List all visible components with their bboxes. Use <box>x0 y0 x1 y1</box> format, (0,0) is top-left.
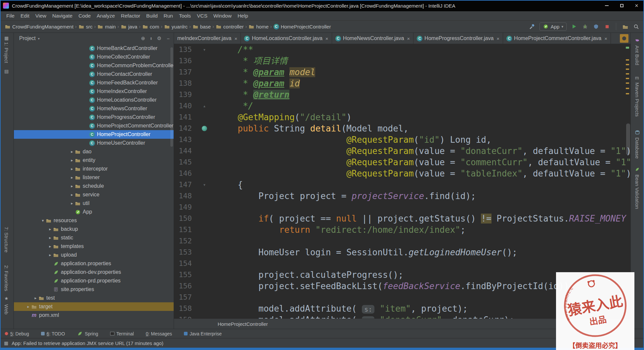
tree-item-templates[interactable]: ▸templates <box>14 242 174 251</box>
collapse-all-icon[interactable]: ▴▾ <box>150 37 152 40</box>
toolwindow-button-terminal[interactable]: Terminal <box>110 331 134 336</box>
breadcrumb-item[interactable]: yuanlrc <box>164 24 188 29</box>
project-folder-icon[interactable] <box>622 23 628 30</box>
coverage-button[interactable] <box>593 23 599 30</box>
minimize-button[interactable] <box>599 0 614 11</box>
close-button[interactable]: × <box>629 0 644 11</box>
tree-item-interceptor[interactable]: ▸interceptor <box>14 165 174 173</box>
toolwindow-grid-icon[interactable]: ▦ <box>4 35 9 41</box>
tree-item-HomeProgressController[interactable]: CHomeProgressController <box>14 113 174 122</box>
spring-handler-icon[interactable] <box>202 126 207 131</box>
tab-close-icon[interactable]: × <box>235 36 237 41</box>
tree-item-HomeProjectController[interactable]: CHomeProjectController <box>14 130 174 139</box>
tree-expand-icon[interactable]: ▸ <box>69 158 75 163</box>
breadcrumb-item[interactable]: base <box>193 24 211 29</box>
project-scrollbar[interactable] <box>170 47 173 147</box>
tab-close-icon[interactable]: × <box>604 36 607 41</box>
editor-tab[interactable]: meIndexController.java× <box>174 33 241 44</box>
tree-item-HomeLocationsController[interactable]: CHomeLocationsController <box>14 96 174 104</box>
tree-item-HomeBankCardController[interactable]: CHomeBankCardController <box>14 44 174 53</box>
editor-breadcrumb-item[interactable]: HomeProjectController <box>218 321 268 327</box>
tree-item-listener[interactable]: ▸listener <box>14 173 174 182</box>
run-button[interactable] <box>571 23 578 30</box>
menu-item-window[interactable]: Window <box>210 11 235 20</box>
stop-button[interactable] <box>604 23 610 30</box>
chevron-down-icon[interactable]: ▾ <box>38 37 40 40</box>
toolwindow-button--debug[interactable]: 5: Debug <box>5 331 29 336</box>
toolwindow-button-java-enterprise[interactable]: Java Enterprise <box>184 331 222 336</box>
tree-expand-icon[interactable]: ▸ <box>25 304 31 309</box>
menu-item-analyze[interactable]: Analyze <box>94 11 118 20</box>
breadcrumb-item[interactable]: CHomeProjectController <box>274 24 331 29</box>
stripe-maven-projects-button[interactable]: Maven Projects <box>634 82 640 117</box>
breadcrumb-item[interactable]: CrowdFundingManagement <box>5 24 73 29</box>
toolwindow-button--todo[interactable]: 6: TODO <box>41 331 65 336</box>
toolwindow-button-spring[interactable]: Spring <box>77 331 98 337</box>
tree-item-HomeIndexController[interactable]: CHomeIndexController <box>14 87 174 96</box>
tree-expand-icon[interactable]: ▸ <box>47 227 53 231</box>
tree-item-application-dev.properties[interactable]: application-dev.properties <box>14 268 174 276</box>
stripe-project-button[interactable]: 1: Project <box>4 42 9 63</box>
editor-tab[interactable]: CHomeProjectCommentController.java× <box>503 33 611 44</box>
tree-item-application.properties[interactable]: application.properties <box>14 259 174 268</box>
stripe-database-button[interactable]: Database <box>634 137 640 159</box>
tree-item-util[interactable]: ▸util <box>14 199 174 208</box>
breadcrumb-item[interactable]: main <box>97 24 116 29</box>
search-everywhere-icon[interactable] <box>633 23 639 30</box>
tree-item-upload[interactable]: ▸upload <box>14 251 174 259</box>
menu-item-file[interactable]: File <box>3 11 18 20</box>
tree-item-HomeUserController[interactable]: CHomeUserController <box>14 139 174 147</box>
debug-button[interactable] <box>582 23 588 30</box>
tree-item-App[interactable]: App <box>14 208 174 216</box>
menu-item-tools[interactable]: Tools <box>176 11 194 20</box>
breadcrumb-item[interactable]: controller <box>216 24 244 29</box>
tree-item-HomeContactController[interactable]: CHomeContactController <box>14 70 174 78</box>
tree-expand-icon[interactable]: ▸ <box>69 201 75 206</box>
tree-item-site.properties[interactable]: site.properties <box>14 285 174 294</box>
fold-marker-icon[interactable]: ▴ <box>192 100 217 112</box>
breadcrumb-item[interactable]: com <box>142 24 159 29</box>
tree-item-HomeNewsController[interactable]: CHomeNewsController <box>14 104 174 113</box>
tree-item-target[interactable]: ▸target <box>14 302 174 311</box>
maximize-button[interactable] <box>614 0 629 11</box>
tree-item-test[interactable]: ▸test <box>14 294 174 302</box>
fold-marker-icon[interactable]: ▾ <box>192 44 217 55</box>
locate-file-icon[interactable]: ⊕ <box>141 35 145 41</box>
stripe-favorites-button[interactable]: 2: Favorites <box>4 265 9 291</box>
tree-expand-icon[interactable]: ▸ <box>47 244 53 249</box>
editor-tab[interactable]: CHomeLocationsController.java× <box>241 33 332 44</box>
tree-item-HomeCommonProblemController[interactable]: CHomeCommonProblemController <box>14 61 174 70</box>
gutter-spring-icon[interactable] <box>192 123 217 134</box>
editor-tab[interactable]: CHomeProgressController.java× <box>413 33 503 44</box>
tree-item-application-prd.properties[interactable]: application-prd.properties <box>14 276 174 285</box>
tab-close-icon[interactable]: × <box>496 36 499 41</box>
tree-item-dao[interactable]: ▸dao <box>14 147 174 156</box>
tree-expand-icon[interactable]: ▸ <box>69 192 75 197</box>
tree-item-HomeFeedBackController[interactable]: CHomeFeedBackController <box>14 78 174 87</box>
tree-item-service[interactable]: ▸service <box>14 190 174 199</box>
stripe-ant-build-button[interactable]: Ant Build <box>634 45 640 65</box>
breadcrumb-item[interactable]: src <box>78 24 93 29</box>
active-tab-stub[interactable] <box>620 34 628 43</box>
menu-item-navigate[interactable]: Navigate <box>49 11 75 20</box>
run-configuration-select[interactable]: App ▾ <box>539 23 567 31</box>
stripe-bean-validation-button[interactable]: Bean Validation <box>634 175 640 209</box>
menu-item-code[interactable]: Code <box>75 11 94 20</box>
editor-scrollbar[interactable] <box>626 124 630 155</box>
tree-item-static[interactable]: ▸static <box>14 233 174 242</box>
star-icon[interactable]: ★ <box>4 296 9 301</box>
tree-item-HomeProjectCommentController[interactable]: CHomeProjectCommentController <box>14 122 174 130</box>
tree-expand-icon[interactable]: ▸ <box>69 167 75 171</box>
menu-item-refactor[interactable]: Refactor <box>118 11 143 20</box>
build-hammer-icon[interactable] <box>529 23 535 30</box>
menu-item-build[interactable]: Build <box>143 11 160 20</box>
fold-marker-icon[interactable]: ▾ <box>192 179 217 190</box>
tab-close-icon[interactable]: × <box>325 36 328 41</box>
stripe-structure-button[interactable]: 7: Structure <box>4 227 9 253</box>
menu-item-view[interactable]: View <box>32 11 49 20</box>
gear-icon[interactable]: ⚙ <box>157 35 161 41</box>
stripe-web-button[interactable]: Web <box>4 304 9 315</box>
tree-expand-icon[interactable]: ▸ <box>69 184 75 188</box>
tree-item-entity[interactable]: ▸entity <box>14 156 174 165</box>
toolwindow-switcher-icon[interactable]: ▦ <box>4 340 8 346</box>
